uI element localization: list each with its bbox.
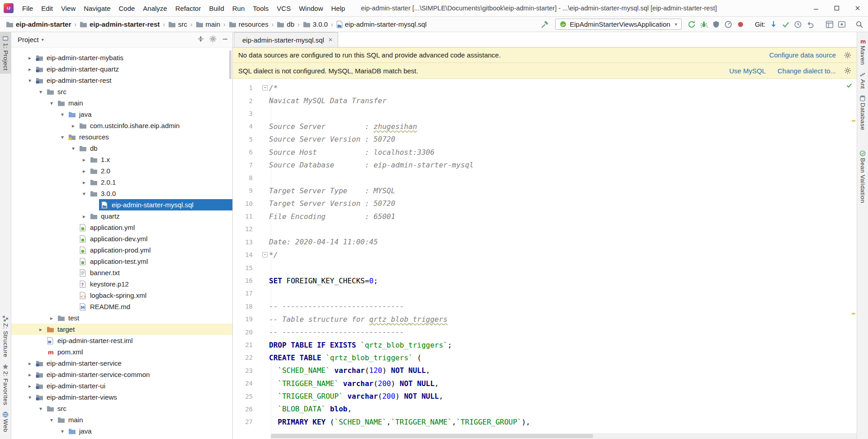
rollback-icon[interactable]	[806, 20, 814, 29]
menu-help[interactable]: Help	[327, 2, 349, 14]
gear-icon[interactable]	[844, 52, 851, 59]
close-icon[interactable]	[847, 0, 868, 17]
tree-item-resources[interactable]: ▾resources	[11, 131, 232, 143]
fold-marker-icon[interactable]: −	[262, 252, 268, 258]
search-everywhere-icon[interactable]	[855, 20, 863, 29]
maximize-icon[interactable]	[826, 0, 847, 17]
toolwindow-database-button[interactable]: Database	[857, 92, 868, 134]
chevron-right-icon[interactable]: ▸	[79, 157, 89, 163]
editor-tab-eip-admin-starter-mysql-sql[interactable]: eip-admin-starter-mysql.sql ✕	[234, 32, 338, 47]
preview-icon[interactable]	[838, 20, 846, 29]
tree-item-eip-admin-starter-quartz[interactable]: ▸eip-admin-starter-quartz	[11, 63, 232, 75]
tree-item-3-0-0[interactable]: ▾3.0.0	[11, 188, 232, 199]
warning-stripe-mark[interactable]	[852, 313, 855, 315]
toolwindow-ant-button[interactable]: Ant	[857, 68, 868, 92]
debug-icon[interactable]	[700, 20, 708, 29]
chevron-right-icon[interactable]: ▸	[79, 179, 89, 186]
chevron-right-icon[interactable]: ▸	[47, 315, 57, 321]
menu-analyze[interactable]: Analyze	[139, 2, 171, 14]
menu-navigate[interactable]: Navigate	[80, 2, 114, 14]
chevron-right-icon[interactable]: ▸	[79, 213, 89, 220]
gear-icon[interactable]	[844, 67, 851, 74]
tree-item-java[interactable]: ▾java	[11, 109, 232, 120]
tree-item-src[interactable]: ▾src	[11, 86, 232, 97]
chevron-down-icon[interactable]: ▾	[47, 100, 57, 106]
tree-item-keystore-p12[interactable]: ?keystore.p12	[11, 278, 232, 290]
menu-window[interactable]: Window	[295, 2, 327, 14]
project-panel-title[interactable]: Project	[18, 36, 39, 43]
horizontal-scrollbar[interactable]	[271, 433, 857, 439]
tree-item-banner-txt[interactable]: banner.txt	[11, 267, 232, 278]
chevron-down-icon[interactable]: ▾	[36, 89, 46, 95]
tree-item-main[interactable]: ▾main	[11, 414, 232, 425]
tree-item-com-ustcinfo-ishare-eip-admin[interactable]: ▸com.ustcinfo.ishare.eip.admin	[11, 437, 232, 439]
menu-view[interactable]: View	[57, 2, 80, 14]
toolwindow-z-structure-button[interactable]: Z: Structure	[0, 312, 11, 360]
gear-icon[interactable]	[209, 35, 217, 44]
run-icon[interactable]	[688, 20, 696, 29]
breadcrumb-eip-admin-starter-rest[interactable]: eip-admin-starter-rest	[78, 19, 161, 29]
tree-item-java[interactable]: ▾java	[11, 425, 232, 437]
breadcrumb-resources[interactable]: resources	[227, 19, 270, 29]
tree-item-quartz[interactable]: ▸quartz	[11, 210, 232, 222]
profiler-icon[interactable]	[724, 20, 732, 29]
chevron-right-icon[interactable]: ▸	[25, 372, 35, 378]
project-scrollbar[interactable]	[229, 50, 231, 79]
chevron-down-icon[interactable]: ▾	[25, 394, 35, 401]
breadcrumb-eip-admin-starter[interactable]: eip-admin-starter	[5, 19, 73, 29]
tree-item-eip-admin-starter-views[interactable]: ▾eip-admin-starter-views	[11, 391, 232, 403]
inspection-ok-icon[interactable]	[846, 82, 853, 91]
history-icon[interactable]	[794, 20, 802, 29]
toolwindow-bean-validation-button[interactable]: Bean Validation	[857, 147, 868, 206]
build-hammer-icon[interactable]	[541, 20, 549, 29]
breadcrumb-db[interactable]: db	[275, 19, 296, 29]
tree-item-application-dev-yml[interactable]: application-dev.yml	[11, 233, 232, 244]
tree-item-com-ustcinfo-ishare-eip-admin[interactable]: ▸com.ustcinfo.ishare.eip.admin	[11, 120, 232, 131]
close-tab-icon[interactable]: ✕	[328, 37, 333, 43]
tree-item-application-prod-yml[interactable]: application-prod.yml	[11, 244, 232, 256]
tree-item-eip-admin-starter-mysql-sql[interactable]: eip-admin-starter-mysql.sql	[11, 199, 232, 210]
banner-action-use-mysql[interactable]: Use MySQL	[729, 67, 766, 75]
banner-action-change-dialect-to[interactable]: Change dialect to...	[778, 67, 836, 75]
tree-item-eip-admin-starter-service[interactable]: ▸eip-admin-starter-service	[11, 358, 232, 369]
scrollbar-thumb[interactable]	[271, 434, 593, 438]
update-icon[interactable]	[769, 20, 778, 29]
tree-item-application-test-yml[interactable]: application-test.yml	[11, 256, 232, 267]
tree-item-target[interactable]: ▸target	[11, 324, 232, 335]
tree-item-eip-admin-starter-rest-iml[interactable]: eip-admin-starter-rest.iml	[11, 335, 232, 346]
chevron-right-icon[interactable]: ▸	[25, 55, 35, 61]
tree-item-eip-admin-starter-service-common[interactable]: ▸eip-admin-starter-service-common	[11, 369, 232, 380]
banner-action-configure-data-source[interactable]: Configure data source	[769, 51, 836, 59]
chevron-down-icon[interactable]: ▾	[57, 134, 67, 140]
tree-item-application-yml[interactable]: application.yml	[11, 222, 232, 233]
breadcrumb-src[interactable]: src	[167, 19, 189, 29]
tree-item-src[interactable]: ▾src	[11, 403, 232, 414]
menu-build[interactable]: Build	[205, 2, 228, 14]
tree-item-1-x[interactable]: ▸1.x	[11, 154, 232, 165]
menu-vcs[interactable]: VCS	[273, 2, 295, 14]
chevron-right-icon[interactable]: ▸	[25, 383, 35, 389]
menu-edit[interactable]: Edit	[37, 2, 57, 14]
run-configuration-select[interactable]: EipAdminStarterViewsApplication ▾	[555, 19, 681, 30]
tree-item-pom-xml[interactable]: mpom.xml	[11, 346, 232, 358]
fold-marker-icon[interactable]: −	[262, 85, 268, 91]
toolwindow-2-favorites-button[interactable]: 2: Favorites	[0, 360, 11, 408]
toolwindow-maven-button[interactable]: mMaven	[857, 35, 868, 68]
chevron-down-icon[interactable]: ▾	[68, 145, 78, 152]
tree-item-2-0[interactable]: ▸2.0	[11, 165, 232, 177]
menu-run[interactable]: Run	[228, 2, 249, 14]
coverage-icon[interactable]	[712, 20, 720, 29]
record-icon[interactable]	[736, 20, 745, 29]
commit-icon[interactable]	[782, 20, 790, 29]
tree-item-test[interactable]: ▸test	[11, 312, 232, 324]
chevron-right-icon[interactable]: ▸	[68, 123, 78, 129]
tree-item-main[interactable]: ▾main	[11, 97, 232, 109]
chevron-right-icon[interactable]: ▸	[36, 326, 46, 333]
hide-panel-icon[interactable]	[222, 35, 229, 44]
collapse-all-icon[interactable]	[197, 35, 204, 44]
code-editor[interactable]: 1−/*2Navicat MySQL Data Transfer34Source…	[233, 79, 857, 439]
tree-item-readme-md[interactable]: MREADME.md	[11, 301, 232, 312]
menu-file[interactable]: File	[18, 2, 37, 14]
toolwindow-1-project-button[interactable]: 1: Project	[0, 32, 11, 74]
chevron-right-icon[interactable]: ▸	[79, 168, 89, 174]
